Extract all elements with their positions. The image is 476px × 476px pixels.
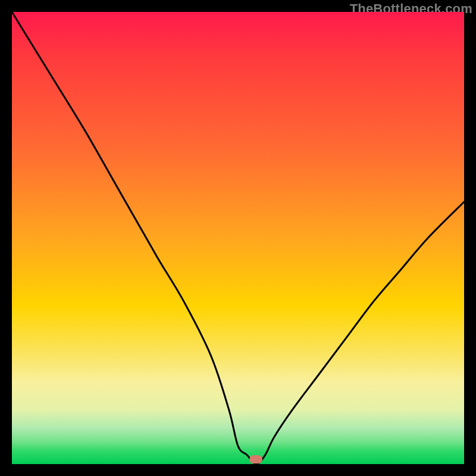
- optimal-point-marker: [249, 455, 262, 464]
- curve-svg: [12, 12, 464, 464]
- chart-frame: TheBottleneck.com: [0, 0, 476, 476]
- bottleneck-curve: [12, 12, 464, 464]
- plot-area: [12, 12, 464, 464]
